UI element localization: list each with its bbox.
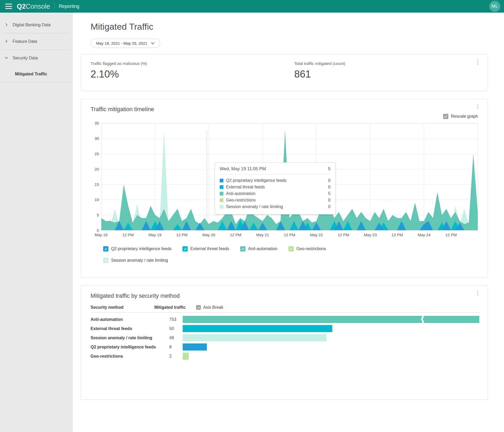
- y-tick-label: 0: [97, 228, 99, 233]
- table-row: Anti-automation753: [91, 315, 480, 324]
- kebab-menu-icon[interactable]: ⋮: [473, 289, 483, 297]
- sidebar-item-label: Digital Banking Data: [13, 23, 51, 27]
- sidebar-item-digital-banking-data[interactable]: Digital Banking Data: [0, 17, 72, 33]
- x-tick-label: May 24: [418, 233, 430, 237]
- method-value: 48: [169, 336, 183, 340]
- date-range-selector[interactable]: May 18, 2021 - May 25, 2021: [91, 39, 160, 48]
- x-tick-label: May 19: [149, 233, 161, 237]
- chart-tooltip: Wed, May 19 11:05 PM 5 Q2 proprietary in…: [215, 162, 335, 214]
- tooltip-series-value: 0: [328, 178, 330, 183]
- kebab-menu-icon[interactable]: ⋮: [473, 58, 483, 66]
- tooltip-series-label: Geo-restrictions: [226, 198, 326, 203]
- section-title: Reporting: [59, 4, 79, 9]
- legend-label: Anti-automation: [248, 246, 277, 251]
- tooltip-row: External threat feeds0: [220, 184, 330, 190]
- stat-label: Traffic flagged as malicious (%): [91, 61, 294, 66]
- tooltip-total: 5: [328, 166, 330, 172]
- bar-external-threat-feeds: [183, 325, 332, 332]
- method-value: 8: [169, 345, 183, 349]
- x-tick-label: 12 PM: [392, 233, 403, 237]
- x-tick-label: May 23: [364, 233, 377, 237]
- timeline-card-title: Traffic mitigation timeline: [91, 106, 478, 113]
- tooltip-series-label: External threat feeds: [226, 185, 326, 189]
- tooltip-row: Session anomaly / rate limiting0: [220, 203, 330, 210]
- x-tick-label: 12 PM: [445, 233, 457, 237]
- series-swatch: [220, 185, 223, 189]
- bar-session-anomaly-rate-limiting: [183, 334, 327, 341]
- sidebar-item-security-data[interactable]: Security Data: [0, 50, 72, 66]
- legend-checkbox-external-threat-feeds[interactable]: [182, 246, 188, 251]
- y-tick-label: 10: [94, 197, 99, 202]
- y-tick-label: 25: [94, 152, 99, 156]
- method-name: Q2 proprietary intelligence feeds: [91, 345, 169, 349]
- rescale-graph-checkbox[interactable]: [443, 114, 448, 119]
- tooltip-row: Q2 proprietary intelligence feeds0: [220, 177, 330, 184]
- x-tick-label: 12 PM: [230, 233, 241, 237]
- legend-checkbox-geo-restrictions[interactable]: [288, 246, 294, 251]
- y-tick-label: 5: [97, 213, 99, 217]
- hamburger-menu-icon[interactable]: [5, 4, 12, 9]
- chevron-right-icon: [5, 39, 13, 44]
- sidebar-item-label: Security Data: [13, 56, 38, 60]
- tooltip-series-value: 0: [328, 185, 330, 189]
- legend-item: Geo-restrictions: [288, 246, 326, 251]
- stat-value: 2.10%: [91, 69, 294, 80]
- topbar-divider: [54, 3, 55, 10]
- tooltip-series-label: Session anomaly / rate limiting: [226, 204, 326, 209]
- axis-break-checkbox[interactable]: [196, 305, 201, 310]
- method-value: 753: [169, 317, 183, 322]
- stat-label: Total traffic mitigated (count): [294, 61, 478, 66]
- legend-label: Session anomaly / rate limiting: [111, 258, 168, 263]
- series-swatch: [220, 198, 223, 202]
- bar-q2-proprietary-intelligence-feeds: [183, 343, 207, 351]
- bar-anti-automation: [183, 316, 479, 323]
- method-name: Session anomaly / rate limiting: [91, 336, 169, 340]
- legend-checkbox-q2-proprietary-intelligence-feeds[interactable]: [103, 246, 108, 251]
- x-tick-label: May 18: [94, 233, 107, 237]
- axis-break-label: Axis Break: [203, 305, 223, 310]
- tooltip-row: Anti-automation5: [220, 190, 330, 197]
- chevron-down-icon: [5, 56, 13, 60]
- sidebar-item-label: Feature Data: [13, 39, 37, 44]
- timeline-card: ⋮ Traffic mitigation timeline Rescale gr…: [81, 99, 488, 277]
- sidebar-subitem-mitigated-traffic[interactable]: Mitigated Traffic: [0, 66, 72, 82]
- top-app-bar: Q2Console Reporting ML: [0, 0, 504, 13]
- user-avatar[interactable]: ML: [489, 1, 500, 12]
- method-name: External threat feeds: [91, 326, 169, 331]
- method-name: Geo-restrictions: [91, 354, 169, 359]
- legend-item: External threat feeds: [182, 246, 229, 251]
- legend-checkbox-session-anomaly-rate-limiting[interactable]: [103, 258, 108, 263]
- tooltip-divider: [220, 174, 330, 174]
- x-tick-label: 12 PM: [284, 233, 295, 237]
- method-card-title: Mitigated traffic by security method: [91, 292, 480, 299]
- tooltip-series-value: 5: [328, 191, 330, 196]
- column-header-security-method: Security method: [91, 305, 154, 310]
- sidebar-item-feature-data[interactable]: Feature Data: [0, 33, 72, 50]
- tooltip-datetime: Wed, May 19 11:05 PM: [220, 166, 266, 172]
- timeline-plot-area[interactable]: Wed, May 19 11:05 PM 5 Q2 proprietary in…: [101, 123, 478, 230]
- legend-item: Q2 proprietary intelligence feeds: [103, 246, 171, 251]
- page-title: Mitigated Traffic: [91, 22, 504, 32]
- summary-stats-card: ⋮ Traffic flagged as malicious (%) 2.10%…: [81, 54, 488, 91]
- brand-light: Console: [26, 3, 50, 10]
- table-header-divider: [91, 312, 480, 313]
- method-table-card: ⋮ Mitigated traffic by security method S…: [81, 285, 488, 400]
- legend-label: Q2 proprietary intelligence feeds: [111, 246, 171, 251]
- series-swatch: [220, 192, 223, 196]
- y-tick-label: 15: [94, 182, 99, 187]
- method-name: Anti-automation: [91, 317, 169, 322]
- series-swatch: [220, 205, 223, 209]
- sidebar-divider: [3, 82, 70, 82]
- legend-label: External threat feeds: [190, 246, 229, 251]
- app-logo: Q2Console: [17, 3, 50, 10]
- stat-total-mitigated: Total traffic mitigated (count) 861: [294, 61, 478, 84]
- x-tick-label: May 21: [256, 233, 269, 237]
- stat-malicious-traffic: Traffic flagged as malicious (%) 2.10%: [91, 61, 294, 84]
- kebab-menu-icon[interactable]: ⋮: [473, 103, 483, 111]
- brand-bold: Q2: [17, 3, 26, 10]
- legend-item: Session anomaly / rate limiting: [103, 258, 168, 263]
- legend-checkbox-anti-automation[interactable]: [240, 246, 245, 251]
- stat-value: 861: [294, 69, 478, 80]
- series-swatch: [220, 179, 223, 182]
- tooltip-series-label: Anti-automation: [226, 191, 326, 196]
